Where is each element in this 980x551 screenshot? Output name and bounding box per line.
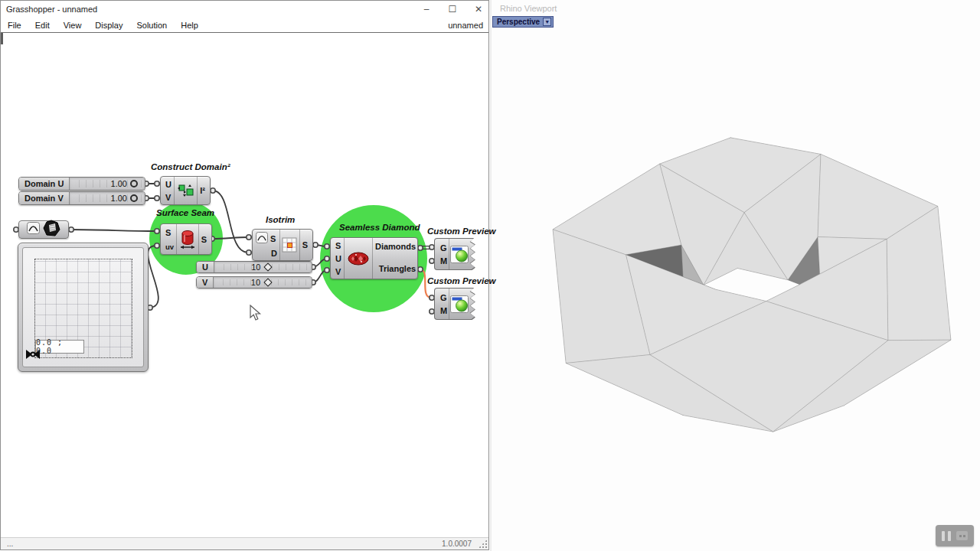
slider-track[interactable]: 10	[214, 277, 312, 288]
menu-view[interactable]: View	[57, 19, 89, 31]
menu-solution[interactable]: Solution	[129, 19, 174, 31]
speed-icon[interactable]	[956, 531, 968, 540]
slider-v[interactable]: V 10	[196, 276, 312, 289]
menu-edit[interactable]: Edit	[28, 19, 57, 31]
document-name-label: unnamed	[448, 21, 483, 30]
isotrim-icon	[280, 230, 299, 260]
slider-track[interactable]: 1.00	[70, 192, 145, 204]
surface-seam-icon	[177, 224, 198, 254]
close-button[interactable]: ✕	[473, 1, 484, 18]
md-slider-knob[interactable]	[25, 347, 41, 364]
slider-u[interactable]: U 10	[196, 261, 312, 273]
seamless-diamond-icon	[345, 238, 372, 279]
slider-grip[interactable]	[130, 194, 138, 202]
custom-preview-component-2[interactable]: G M	[434, 288, 476, 320]
md-slider-readout: 0.0 ; 0.0	[35, 340, 84, 354]
gh-version: 1.0.0007	[442, 540, 472, 548]
rhino-viewport-panel: Rhino Viewport Perspective ▼	[490, 0, 980, 551]
pause-icon[interactable]	[942, 531, 945, 541]
wire-surface-to-seam-s[interactable]	[71, 230, 156, 231]
isotrim-component[interactable]: S D S	[252, 229, 313, 261]
md-slider-widget[interactable]: 0.0 ; 0.0	[18, 243, 149, 372]
torus-render	[492, 0, 980, 551]
status-bar: ... 1.0.0007	[1, 537, 488, 549]
slider-grip[interactable]	[263, 278, 272, 286]
material-preview-icon	[449, 295, 475, 313]
label-construct-domain: Construct Domain²	[151, 162, 230, 171]
seamless-diamond-component[interactable]: S U V Diamonds Triangles	[330, 237, 418, 279]
mouse-cursor	[250, 305, 262, 324]
slider-grip[interactable]	[263, 262, 272, 271]
menu-bar: File Edit View Display Solution Help unn…	[1, 18, 488, 32]
slider-domain-v[interactable]: Domain V 1.00	[18, 191, 145, 205]
menu-display[interactable]: Display	[88, 19, 129, 31]
label-custom-preview-2: Custom Preview	[427, 276, 495, 285]
label-seamless-diamond: Seamless Diamond	[339, 223, 420, 232]
label-custom-preview-1: Custom Preview	[427, 227, 495, 236]
slider-track[interactable]: 1.00	[70, 178, 145, 190]
title-bar[interactable]: Grasshopper - unnamed	[1, 1, 488, 18]
canvas-edge-tick	[1, 33, 3, 44]
label-surface-seam: Surface Seam	[156, 208, 214, 217]
screenshot-stage: Grasshopper - unnamed – ☐ ✕ File Edit Vi…	[0, 0, 980, 551]
construct-domain-component[interactable]: U V I²	[160, 176, 211, 205]
label-isotrim: Isotrim	[266, 215, 295, 224]
construct-domain-icon	[175, 177, 197, 204]
graph-icon	[27, 222, 40, 237]
custom-preview-component-1[interactable]: G M	[434, 238, 476, 270]
player-overlay[interactable]	[936, 525, 974, 546]
window-title: Grasshopper - unnamed	[6, 5, 97, 14]
resize-grip[interactable]	[479, 540, 487, 548]
menu-file[interactable]: File	[1, 19, 28, 31]
slider-grip[interactable]	[130, 180, 138, 187]
maximize-button[interactable]: ☐	[447, 1, 458, 18]
graph-icon	[256, 232, 268, 245]
minimize-button[interactable]: –	[421, 1, 432, 18]
material-preview-icon	[449, 246, 475, 263]
slider-domain-u[interactable]: Domain U 1.00	[18, 177, 145, 191]
slider-track[interactable]: 10	[214, 262, 312, 272]
surface-param-component[interactable]	[18, 220, 69, 239]
menu-help[interactable]: Help	[174, 19, 205, 31]
surface-blob-icon	[43, 220, 60, 240]
status-left: ...	[7, 540, 13, 548]
surface-seam-component[interactable]: S uv S	[160, 223, 212, 255]
